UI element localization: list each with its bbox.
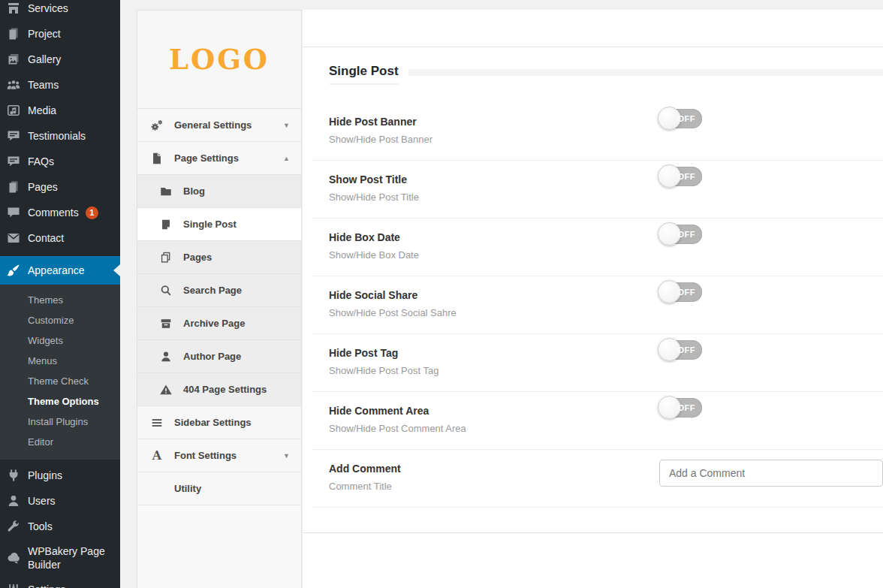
hide-comment-area-toggle[interactable]: OFF bbox=[659, 398, 702, 418]
appearance-submenu: Themes Customize Widgets Menus Theme Che… bbox=[0, 285, 120, 460]
setting-row-show-post-title: Show Post Title Show/Hide Post Title OFF bbox=[312, 161, 883, 219]
sidebar-item-comments[interactable]: Comments 1 bbox=[0, 200, 120, 225]
sidebar-item-label: Contact bbox=[28, 231, 114, 245]
setting-label: Add Comment bbox=[329, 463, 659, 475]
sidebar-item-label: Project bbox=[28, 27, 114, 41]
folder-icon bbox=[159, 185, 173, 198]
faqs-icon bbox=[6, 154, 21, 169]
setting-label: Show Post Title bbox=[329, 173, 659, 186]
sidebar-item-appearance[interactable]: Appearance bbox=[0, 256, 120, 285]
theme-nav-label: 404 Page Settings bbox=[183, 384, 267, 395]
theme-nav-general-settings[interactable]: General Settings ▼ bbox=[137, 109, 301, 142]
theme-nav-404-page-settings[interactable]: 404 Page Settings bbox=[137, 373, 301, 406]
tools-icon bbox=[6, 519, 21, 534]
author-icon bbox=[159, 350, 173, 363]
logo-box: LOGO bbox=[137, 11, 301, 109]
sidebar-item-users[interactable]: Users bbox=[0, 488, 120, 514]
plugins-icon bbox=[6, 468, 21, 483]
sidebar-item-label: Testimonials bbox=[28, 129, 114, 143]
setting-row-hide-box-date: Hide Box Date Show/Hide Box Date OFF bbox=[312, 219, 883, 276]
submenu-item-theme-check[interactable]: Theme Check bbox=[0, 372, 120, 392]
sidebar-item-testimonials[interactable]: Testimonials bbox=[0, 123, 120, 149]
setting-label: Hide Post Tag bbox=[329, 347, 659, 360]
theme-nav-utility[interactable]: Utility bbox=[137, 472, 301, 505]
theme-nav-label: General Settings bbox=[174, 119, 252, 131]
theme-nav-sidebar-settings[interactable]: Sidebar Settings bbox=[137, 406, 301, 439]
sidebar-item-contact[interactable]: Contact bbox=[0, 225, 120, 251]
sidebar-item-wpbakery[interactable]: WPBakery Page Builder bbox=[0, 539, 120, 577]
submenu-item-customize[interactable]: Customize bbox=[0, 311, 120, 331]
submenu-item-menus[interactable]: Menus bbox=[0, 351, 120, 372]
theme-nav-font-settings[interactable]: A Font Settings ▼ bbox=[137, 439, 301, 472]
chevron-down-icon: ▼ bbox=[283, 122, 290, 128]
sidebar-item-label: Appearance bbox=[28, 264, 114, 277]
settings-rows: Hide Post Banner Show/Hide Post Banner O… bbox=[312, 103, 883, 508]
sidebar-item-faqs[interactable]: FAQs bbox=[0, 149, 120, 174]
sidebar-item-settings[interactable]: Settings bbox=[0, 577, 120, 588]
sidebar-item-label: Gallery bbox=[28, 53, 114, 66]
sidebar-item-services[interactable]: Services bbox=[0, 0, 120, 21]
setting-row-hide-social-share: Hide Social Share Show/Hide Post Social … bbox=[312, 276, 883, 334]
chevron-up-icon: ▲ bbox=[283, 155, 290, 161]
sidebar-item-media[interactable]: Media bbox=[0, 98, 120, 123]
title-divider-bar bbox=[408, 69, 883, 76]
theme-nav-single-post[interactable]: Single Post bbox=[137, 208, 301, 241]
setting-label: Hide Comment Area bbox=[329, 405, 659, 418]
search-icon bbox=[159, 284, 173, 297]
theme-nav-label: Page Settings bbox=[174, 152, 239, 164]
appearance-icon bbox=[6, 263, 21, 278]
sidebar-item-label: Comments bbox=[28, 206, 79, 219]
theme-nav-pages[interactable]: Pages bbox=[137, 241, 301, 274]
hide-box-date-toggle[interactable]: OFF bbox=[659, 225, 702, 244]
copy-icon bbox=[159, 251, 173, 264]
setting-description: Show/Hide Post Post Tag bbox=[329, 364, 659, 377]
hide-post-banner-toggle[interactable]: OFF bbox=[659, 109, 702, 128]
pages-icon bbox=[6, 179, 21, 194]
hamburger-icon bbox=[150, 416, 164, 430]
sidebar-item-label: Plugins bbox=[28, 469, 114, 482]
theme-options-sidebar: LOGO General Settings ▼ Page Settings ▲ … bbox=[137, 10, 302, 588]
setting-description: Comment Title bbox=[329, 480, 659, 493]
add-comment-input[interactable] bbox=[659, 460, 883, 487]
sidebar-item-project[interactable]: Project bbox=[0, 21, 120, 47]
theme-nav-label: Utility bbox=[174, 483, 201, 494]
comments-count-badge: 1 bbox=[86, 207, 98, 219]
testimonials-icon bbox=[6, 128, 21, 143]
submenu-item-theme-options[interactable]: Theme Options bbox=[0, 392, 120, 412]
submenu-item-editor[interactable]: Editor bbox=[0, 433, 120, 453]
setting-description: Show/Hide Post Title bbox=[329, 191, 659, 204]
sidebar-item-pages[interactable]: Pages bbox=[0, 174, 120, 200]
gallery-icon bbox=[6, 52, 21, 67]
sidebar-separator bbox=[0, 251, 120, 256]
theme-nav-author-page[interactable]: Author Page bbox=[137, 340, 301, 373]
hide-post-tag-toggle[interactable]: OFF bbox=[659, 340, 702, 360]
theme-nav-page-settings[interactable]: Page Settings ▲ bbox=[137, 142, 301, 175]
show-post-title-toggle[interactable]: OFF bbox=[659, 167, 702, 186]
submenu-item-themes[interactable]: Themes bbox=[0, 291, 120, 311]
sidebar-item-teams[interactable]: Teams bbox=[0, 72, 120, 98]
wpbakery-icon bbox=[6, 550, 21, 565]
sidebar-item-label: Settings bbox=[28, 583, 114, 588]
content-top-bar bbox=[303, 10, 883, 47]
sidebar-item-gallery[interactable]: Gallery bbox=[0, 47, 120, 72]
theme-nav-archive-page[interactable]: Archive Page bbox=[137, 307, 301, 340]
theme-nav-search-page[interactable]: Search Page bbox=[137, 274, 301, 307]
main-content-panel: Single Post Hide Post Banner Show/Hide P… bbox=[303, 10, 883, 588]
theme-nav-label: Single Post bbox=[183, 219, 237, 230]
theme-nav-blog[interactable]: Blog bbox=[137, 175, 301, 208]
toggle-state-label: OFF bbox=[678, 225, 696, 244]
setting-row-hide-post-tag: Hide Post Tag Show/Hide Post Post Tag OF… bbox=[312, 334, 883, 392]
page-title-row: Single Post bbox=[329, 64, 883, 85]
warning-icon bbox=[159, 383, 173, 397]
theme-nav-label: Search Page bbox=[183, 285, 242, 296]
sidebar-item-label: Services bbox=[28, 2, 114, 15]
section-bottom-divider bbox=[303, 508, 883, 533]
hide-social-share-toggle[interactable]: OFF bbox=[659, 282, 702, 302]
toggle-state-label: OFF bbox=[678, 167, 696, 186]
submenu-item-widgets[interactable]: Widgets bbox=[0, 331, 120, 351]
sidebar-item-plugins[interactable]: Plugins bbox=[0, 463, 120, 488]
sidebar-item-tools[interactable]: Tools bbox=[0, 514, 120, 539]
submenu-item-install-plugins[interactable]: Install Plugins bbox=[0, 412, 120, 433]
gears-icon bbox=[150, 119, 164, 132]
font-icon: A bbox=[150, 449, 164, 463]
